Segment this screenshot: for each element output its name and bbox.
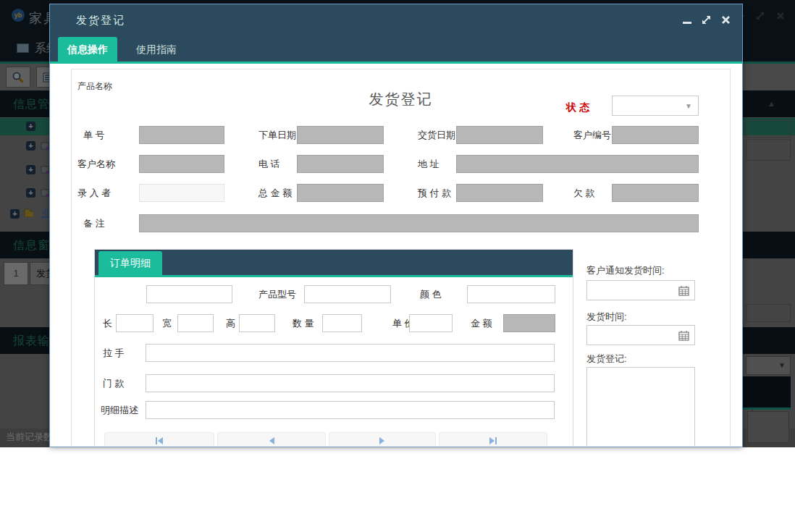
door-style-label: 门 款 <box>103 374 125 392</box>
dialog-tabbar: 信息操作 使用指南 <box>50 37 742 64</box>
customer-no-field <box>612 126 699 144</box>
minimize-icon[interactable] <box>683 22 691 24</box>
delivery-date-field <box>456 126 543 144</box>
prepayment-label: 预 付 款 <box>418 184 451 202</box>
remark-field <box>139 214 699 232</box>
product-model-label: 产品型号 <box>258 285 296 303</box>
handle-label: 拉 手 <box>103 344 125 362</box>
ship-time-label: 发货时间: <box>586 311 627 324</box>
amount-label: 金 额 <box>471 314 492 332</box>
color-input[interactable] <box>467 285 555 303</box>
total-amount-field <box>297 184 384 202</box>
order-no-field <box>139 126 224 144</box>
handle-input[interactable] <box>146 344 555 362</box>
height-input[interactable] <box>239 314 275 332</box>
order-detail-content: 产品型号 颜 色 长 宽 高 数 量 单 价 金 <box>95 277 573 446</box>
form-panel: 产品名称 发货登记 状 态 ▼ 单 号 下单日期 交货日期 客户编号 客户名称 … <box>71 69 731 446</box>
order-date-field <box>297 126 384 144</box>
customer-name-label: 客户名称 <box>77 155 115 173</box>
tab-info-operation[interactable]: 信息操作 <box>58 37 117 62</box>
door-style-input[interactable] <box>146 374 555 392</box>
order-no-label: 单 号 <box>83 126 105 144</box>
quantity-input[interactable] <box>322 314 362 332</box>
unit-price-input[interactable] <box>409 314 453 332</box>
customer-no-label: 客户编号 <box>573 126 611 144</box>
prev-page-button[interactable] <box>217 432 326 446</box>
maximize-icon[interactable] <box>702 15 711 25</box>
prepayment-field <box>456 184 543 202</box>
remark-label: 备 注 <box>83 214 105 232</box>
last-page-icon <box>488 436 498 445</box>
phone-label: 电 话 <box>258 155 280 173</box>
dialog-body: 产品名称 发货登记 状 态 ▼ 单 号 下单日期 交货日期 客户编号 客户名称 … <box>50 64 742 446</box>
dialog-title: 发货登记 <box>76 14 125 28</box>
ship-time-input[interactable] <box>586 325 695 345</box>
next-page-button[interactable] <box>329 432 436 446</box>
width-label: 宽 <box>162 314 172 332</box>
length-label: 长 <box>103 314 112 332</box>
next-page-icon <box>378 436 387 445</box>
delivery-date-label: 交货日期 <box>418 126 455 144</box>
detail-product-name-input[interactable] <box>146 285 232 303</box>
page: yb 家具 系统 信息管理 ▲ + + <box>0 0 795 532</box>
calendar-icon <box>678 330 689 341</box>
product-model-input[interactable] <box>304 285 391 303</box>
status-label: 状 态 <box>566 98 589 117</box>
phone-field <box>297 155 384 173</box>
quantity-label: 数 量 <box>293 314 314 332</box>
tab-user-guide[interactable]: 使用指南 <box>126 37 187 62</box>
close-icon[interactable] <box>721 15 731 25</box>
order-date-label: 下单日期 <box>258 126 296 144</box>
arrears-label: 欠 款 <box>573 184 595 202</box>
color-label: 颜 色 <box>420 285 442 303</box>
tab-order-detail[interactable]: 订单明细 <box>98 251 162 275</box>
order-detail-panel: 订单明细 产品型号 颜 色 长 宽 高 数 量 <box>94 249 573 446</box>
detail-desc-label: 明细描述 <box>101 401 138 419</box>
entered-by-label: 录 入 者 <box>77 184 111 202</box>
dialog-window-controls <box>683 15 731 25</box>
order-detail-header: 订单明细 <box>95 250 573 277</box>
address-label: 地 址 <box>418 155 439 173</box>
prev-page-icon <box>267 436 276 445</box>
first-page-icon <box>154 436 164 445</box>
customer-name-field <box>139 155 224 173</box>
status-select[interactable]: ▼ <box>612 96 699 116</box>
width-input[interactable] <box>177 314 214 332</box>
calendar-icon <box>678 285 689 296</box>
amount-field <box>503 314 555 332</box>
total-amount-label: 总 金 额 <box>258 184 292 202</box>
address-field <box>456 155 699 173</box>
length-input[interactable] <box>116 314 153 332</box>
chevron-down-icon: ▼ <box>685 102 692 110</box>
dialog-titlebar: 发货登记 <box>50 4 742 37</box>
notify-time-input[interactable] <box>586 280 695 300</box>
entered-by-field <box>139 184 224 202</box>
notify-time-label: 客户通知发货时间: <box>586 264 665 277</box>
detail-desc-input[interactable] <box>146 401 555 419</box>
first-page-button[interactable] <box>104 432 214 446</box>
last-page-button[interactable] <box>439 432 547 446</box>
arrears-field <box>612 184 699 202</box>
ship-register-label: 发货登记: <box>586 352 627 366</box>
shipping-registration-dialog: 发货登记 信息操作 使用指南 产品名称 发货登记 状 态 ▼ 单 号 <box>49 4 743 447</box>
ship-register-textarea[interactable] <box>586 367 695 446</box>
height-label: 高 <box>226 314 235 332</box>
